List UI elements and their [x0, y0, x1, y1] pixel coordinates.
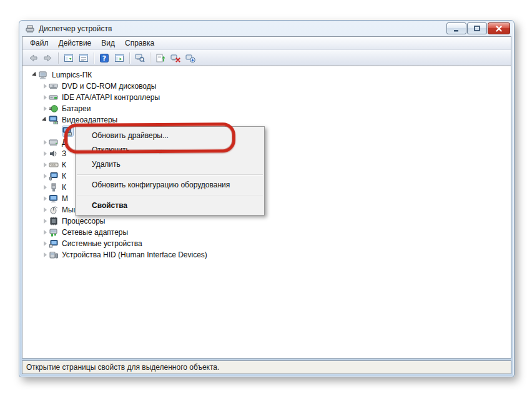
toolbar-separator [129, 52, 130, 64]
status-text: Открытие страницы свойств для выделенног… [26, 363, 219, 372]
help-icon: ? [99, 53, 109, 63]
monitor-icon [49, 194, 59, 204]
menu-view[interactable]: Вид [96, 37, 120, 49]
expand-arrow-icon[interactable] [31, 72, 39, 77]
tree-item-processors[interactable]: Процессоры [22, 215, 511, 227]
tree-item-hid-devices[interactable]: Устройства HID (Human Interface Devices) [22, 249, 511, 260]
status-bar: Открытие страницы свойств для выделенног… [22, 360, 511, 374]
menu-separator [77, 174, 263, 176]
minimize-button[interactable] [446, 22, 466, 34]
usb-icon [49, 182, 59, 192]
tree-item-computer[interactable]: Lumpics-ПК [22, 69, 511, 81]
storage-controller-icon [49, 92, 59, 102]
red-oval-annotation [64, 122, 235, 154]
expand-arrow-icon[interactable] [41, 151, 49, 156]
expand-arrow-icon[interactable] [41, 174, 49, 179]
menu-separator [77, 195, 263, 196]
maximize-icon [472, 24, 482, 34]
console-tree-icon [64, 53, 74, 63]
action-pane-button[interactable] [112, 51, 127, 65]
tree-item-batteries[interactable]: Батареи [22, 103, 511, 114]
expand-arrow-icon[interactable] [41, 241, 49, 246]
expand-arrow-icon[interactable] [41, 252, 49, 257]
disable-icon [185, 53, 195, 63]
display-adapter-icon [49, 115, 59, 125]
expand-arrow-icon[interactable] [41, 196, 49, 201]
minimize-icon [451, 24, 461, 34]
menu-item-uninstall[interactable]: Удалить [76, 157, 264, 172]
toolbar-separator [94, 52, 94, 64]
system-device-icon [49, 239, 59, 249]
expand-arrow-icon[interactable] [41, 95, 49, 100]
toolbar-separator [58, 52, 59, 64]
computer-icon [39, 70, 49, 80]
window-title: Диспетчер устройств [39, 24, 112, 33]
action-pane-icon [114, 53, 124, 63]
expand-arrow-icon[interactable] [41, 84, 49, 89]
close-icon [494, 24, 504, 34]
toolbar-separator [150, 52, 150, 64]
mouse-icon [49, 205, 59, 215]
menu-help[interactable]: Справка [120, 37, 159, 49]
forward-button[interactable] [41, 51, 56, 65]
maximize-button[interactable] [467, 22, 487, 34]
expand-arrow-icon[interactable] [41, 140, 49, 145]
expand-arrow-icon[interactable] [41, 185, 49, 190]
menu-item-scan-hardware-changes[interactable]: Обновить конфигурацию оборудования [76, 178, 264, 192]
hid-icon [49, 250, 59, 260]
properties-icon [79, 53, 89, 63]
expand-arrow-icon[interactable] [41, 162, 49, 167]
titlebar[interactable]: Диспетчер устройств [19, 21, 514, 36]
device-manager-icon [25, 24, 35, 34]
console-tree-button[interactable] [61, 51, 76, 65]
expand-arrow-icon[interactable] [41, 106, 49, 111]
expand-arrow-icon[interactable] [41, 230, 49, 235]
toolbar: ? [22, 50, 511, 66]
battery-icon [49, 104, 59, 114]
expand-arrow-icon[interactable] [41, 219, 49, 224]
forward-icon [43, 53, 53, 63]
disk-drive-icon [49, 137, 59, 147]
keyboard-icon [49, 160, 59, 170]
menu-action[interactable]: Действие [54, 37, 97, 49]
update-driver-button[interactable] [153, 51, 168, 65]
expand-arrow-icon[interactable] [41, 207, 49, 212]
svg-text:?: ? [102, 54, 106, 62]
scan-hardware-button[interactable] [132, 51, 147, 65]
menu-file[interactable]: Файл [25, 37, 54, 49]
processor-icon [49, 216, 59, 226]
tree-item-network-adapters[interactable]: Сетевые адаптеры [22, 227, 511, 238]
properties-button[interactable] [76, 51, 91, 65]
uninstall-icon [170, 53, 180, 63]
disable-button[interactable] [183, 51, 198, 65]
network-adapter-icon [49, 227, 59, 237]
tree-item-system-devices[interactable]: Системные устройства [22, 238, 511, 249]
back-button[interactable] [26, 51, 41, 65]
update-driver-icon [155, 53, 165, 63]
uninstall-button[interactable] [168, 51, 183, 65]
computer-node-icon [49, 171, 59, 181]
help-button[interactable]: ? [97, 51, 112, 65]
scan-icon [135, 53, 145, 63]
page: Диспетчер устройств Файл Действие Вид [0, 0, 532, 396]
dvd-drive-icon [49, 81, 59, 91]
tree-item-ide[interactable]: IDE ATA/ATAPI контроллеры [22, 92, 511, 103]
audio-icon [49, 149, 59, 159]
tree-item-dvd[interactable]: DVD и CD-ROM дисководы [22, 81, 511, 92]
menubar: Файл Действие Вид Справка [22, 37, 511, 50]
expand-arrow-icon[interactable] [41, 117, 49, 122]
menu-item-properties[interactable]: Свойства [76, 199, 264, 213]
close-button[interactable] [488, 22, 510, 34]
back-icon [28, 53, 38, 63]
window-controls [446, 22, 510, 34]
